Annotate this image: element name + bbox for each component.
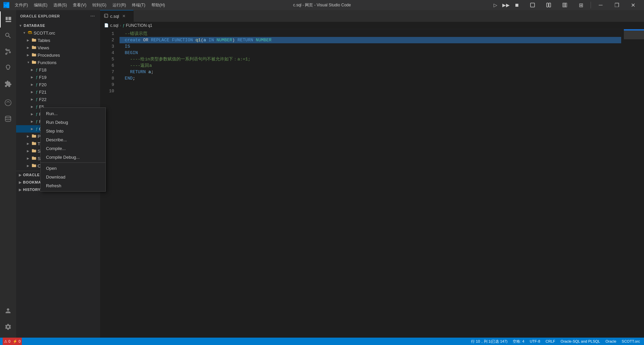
download-menu-item[interactable]: Download [41,172,105,181]
run-menu-item[interactable]: Run... [41,109,105,118]
context-menu-overlay: Run... Run Debug Step Into Describe... C… [0,0,644,345]
refresh-menu-item[interactable]: Refresh [41,181,105,190]
run-debug-menu-item[interactable]: Run Debug [41,118,105,127]
compile-debug-menu-item[interactable]: Compile Debug... [41,153,105,161]
compile-menu-item[interactable]: Compile... [41,144,105,153]
open-menu-item[interactable]: Open [41,164,105,172]
describe-menu-item[interactable]: Describe... [41,135,105,144]
context-menu: Run... Run Debug Step Into Describe... C… [40,107,106,192]
menu-separator-1 [41,162,105,163]
step-into-menu-item[interactable]: Step Into [41,127,105,135]
